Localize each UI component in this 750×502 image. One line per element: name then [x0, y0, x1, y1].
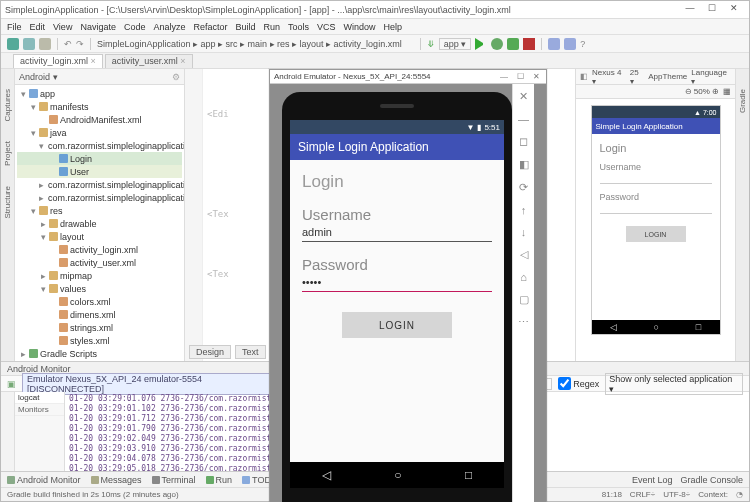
debug-icon[interactable] — [491, 38, 503, 50]
help-icon[interactable]: ? — [580, 39, 585, 49]
preview-device-dropdown[interactable]: Nexus 4 ▾ — [592, 68, 626, 86]
emu-tool-icon[interactable]: ⟳ — [519, 181, 528, 194]
tab-android-monitor[interactable]: Android Monitor — [7, 475, 81, 485]
tool-structure[interactable]: Structure — [3, 186, 12, 218]
tool-gradle[interactable]: Gradle — [738, 89, 747, 113]
sdk-icon[interactable] — [564, 38, 576, 50]
tree-node[interactable]: styles.xml — [17, 334, 182, 347]
tree-node[interactable]: ▾app — [17, 87, 182, 100]
tree-node[interactable]: ▸Gradle Scripts — [17, 347, 182, 360]
tree-node[interactable]: ▾com.razormist.simpleloginapplication — [17, 139, 182, 152]
redo-icon[interactable]: ↷ — [76, 39, 84, 49]
gear-icon[interactable]: ⚙ — [172, 72, 180, 82]
preview-lang-dropdown[interactable]: Language ▾ — [691, 68, 731, 86]
emu-tool-icon[interactable]: ✕ — [519, 90, 528, 103]
tool-captures[interactable]: Captures — [3, 89, 12, 121]
run-config-dropdown[interactable]: app ▾ — [439, 38, 472, 50]
tab-design[interactable]: Design — [189, 345, 231, 359]
tree-node[interactable]: activity_user.xml — [17, 256, 182, 269]
menu-tools[interactable]: Tools — [288, 22, 309, 32]
save-icon[interactable] — [23, 38, 35, 50]
tool-project[interactable]: Project — [3, 141, 12, 166]
emu-tool-icon[interactable]: ↓ — [521, 226, 527, 238]
tab-gradle-console[interactable]: Gradle Console — [680, 475, 743, 485]
tab-logcat[interactable]: logcat — [15, 392, 64, 404]
tree-node[interactable]: activity_login.xml — [17, 243, 182, 256]
window-close-button[interactable]: ✕ — [723, 3, 745, 17]
emu-close-button[interactable]: ✕ — [530, 72, 542, 81]
menu-run[interactable]: Run — [264, 22, 281, 32]
menu-analyze[interactable]: Analyze — [153, 22, 185, 32]
project-tree[interactable]: ▾app▾manifestsAndroidManifest.xml▾java▾c… — [15, 85, 184, 361]
window-min-button[interactable]: — — [679, 3, 701, 17]
tree-node[interactable]: Login — [17, 152, 182, 165]
tree-node[interactable]: dimens.xml — [17, 308, 182, 321]
undo-icon[interactable]: ↶ — [64, 39, 72, 49]
tab-monitors[interactable]: Monitors — [15, 404, 64, 416]
tab-event-log[interactable]: Event Log — [632, 475, 673, 485]
menu-file[interactable]: File — [7, 22, 22, 32]
emu-tool-icon[interactable]: ⋯ — [518, 316, 529, 329]
avd-icon[interactable] — [548, 38, 560, 50]
menu-navigate[interactable]: Navigate — [80, 22, 116, 32]
emu-tool-icon[interactable]: ◧ — [519, 158, 529, 171]
menu-vcs[interactable]: VCS — [317, 22, 336, 32]
emu-tool-icon[interactable]: — — [518, 113, 529, 125]
editor-tab[interactable]: activity_login.xml × — [13, 54, 103, 68]
menu-window[interactable]: Window — [344, 22, 376, 32]
caret-position[interactable]: 81:18 — [602, 490, 622, 499]
emu-tool-icon[interactable]: ◁ — [520, 248, 528, 261]
tree-node[interactable]: ▾values — [17, 282, 182, 295]
tree-node[interactable]: ▾layout — [17, 230, 182, 243]
menu-help[interactable]: Help — [384, 22, 403, 32]
tree-node[interactable]: ▾manifests — [17, 100, 182, 113]
context-label[interactable]: Context: — [698, 490, 728, 499]
sync-icon[interactable] — [39, 38, 51, 50]
tab-terminal[interactable]: Terminal — [152, 475, 196, 485]
emu-username-input[interactable] — [302, 223, 492, 242]
menu-view[interactable]: View — [53, 22, 72, 32]
tree-node[interactable]: ▸com.razormist.simpleloginapplication (t… — [17, 191, 182, 204]
menu-edit[interactable]: Edit — [30, 22, 46, 32]
preview-zoom[interactable]: ⊖ 50% ⊕ — [685, 87, 719, 96]
attach-icon[interactable] — [507, 38, 519, 50]
emulator-window[interactable]: Android Emulator - Nexus_5X_API_24:5554 … — [269, 69, 547, 502]
emu-login-button[interactable]: LOGIN — [342, 312, 452, 338]
breadcrumb[interactable]: SimpleLoginApplication ▸ app ▸ src ▸ mai… — [97, 39, 402, 49]
project-view-selector[interactable]: Android ▾ ⚙ — [15, 69, 184, 85]
regex-checkbox[interactable]: Regex — [558, 377, 599, 390]
tree-node[interactable]: colors.xml — [17, 295, 182, 308]
window-max-button[interactable]: ☐ — [701, 3, 723, 17]
tree-node[interactable]: ▸com.razormist.simpleloginapplication (a… — [17, 178, 182, 191]
emu-max-button[interactable]: ☐ — [514, 72, 526, 81]
run-icon[interactable] — [475, 38, 487, 50]
emu-tool-icon[interactable]: ◻ — [519, 135, 528, 148]
tree-node[interactable]: ▾java — [17, 126, 182, 139]
emu-tool-icon[interactable]: ↑ — [521, 204, 527, 216]
make-icon[interactable]: ⤋ — [427, 39, 435, 49]
tree-node[interactable]: User — [17, 165, 182, 178]
open-icon[interactable] — [7, 38, 19, 50]
emu-tool-icon[interactable]: ▢ — [519, 293, 529, 306]
emu-tool-icon[interactable]: ⌂ — [520, 271, 527, 283]
line-separator[interactable]: CRLF÷ — [630, 490, 655, 499]
tab-run[interactable]: Run — [206, 475, 233, 485]
tree-node[interactable]: strings.xml — [17, 321, 182, 334]
preview-theme-dropdown[interactable]: AppTheme — [648, 72, 687, 81]
menu-refactor[interactable]: Refactor — [193, 22, 227, 32]
emu-password-input[interactable] — [302, 273, 492, 292]
emu-softkeys[interactable]: ◁○□ — [290, 462, 504, 488]
menu-code[interactable]: Code — [124, 22, 146, 32]
file-encoding[interactable]: UTF-8÷ — [663, 490, 690, 499]
preview-api-dropdown[interactable]: 25 ▾ — [630, 68, 644, 86]
tree-node[interactable]: AndroidManifest.xml — [17, 113, 182, 126]
stop-icon[interactable] — [523, 38, 535, 50]
preview-settings-icon[interactable]: ▦ — [723, 87, 731, 96]
tab-messages[interactable]: Messages — [91, 475, 142, 485]
tree-node[interactable]: ▸drawable — [17, 217, 182, 230]
tab-text[interactable]: Text — [235, 345, 266, 359]
tree-node[interactable]: ▸mipmap — [17, 269, 182, 282]
tree-node[interactable]: ▾res — [17, 204, 182, 217]
menu-build[interactable]: Build — [235, 22, 255, 32]
editor-tab[interactable]: activity_user.xml × — [105, 54, 193, 68]
